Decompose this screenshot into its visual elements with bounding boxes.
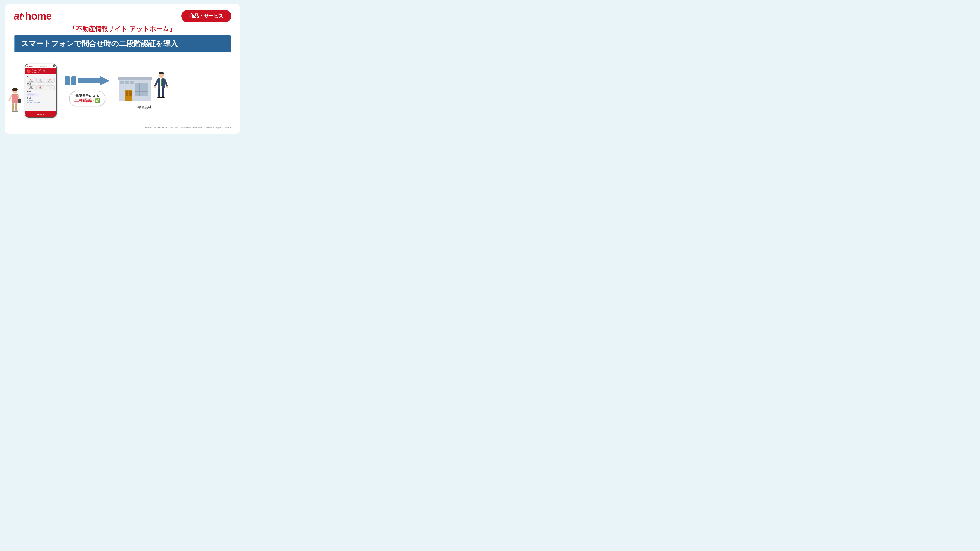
svg-point-9 xyxy=(15,111,18,113)
building-area: 不動産会社 xyxy=(117,72,169,110)
badge-services: 商品・サービス xyxy=(181,10,231,22)
svg-rect-6 xyxy=(13,103,14,111)
svg-point-32 xyxy=(166,86,168,88)
svg-rect-12 xyxy=(118,77,152,80)
svg-rect-15 xyxy=(129,91,132,95)
svg-point-36 xyxy=(161,97,165,98)
svg-rect-16 xyxy=(135,83,148,96)
block-right xyxy=(71,76,76,85)
svg-rect-34 xyxy=(162,88,164,97)
footer-note: Where's Waldo?/Where's Wally? © DreamWor… xyxy=(14,126,231,129)
svg-point-31 xyxy=(154,86,156,88)
athome-logo: athome xyxy=(14,11,51,21)
businessman-figure xyxy=(153,72,169,103)
svg-rect-22 xyxy=(125,81,129,84)
phone-logo: at·home xyxy=(27,65,33,67)
main-heading-bar: スマートフォンで問合せ時の二段階認証を導入 xyxy=(14,35,231,52)
svg-point-25 xyxy=(159,72,164,75)
verify-bubble: 電話番号による 二段階認証 ✅ xyxy=(69,91,105,106)
svg-rect-14 xyxy=(126,91,128,95)
main-frame: athome 商品・サービス 「不動産情報サイト アットホーム」 スマートフォン… xyxy=(5,4,240,134)
woman-figure xyxy=(8,88,22,118)
right-arrow-svg xyxy=(78,75,110,87)
svg-point-35 xyxy=(157,97,161,98)
svg-rect-5 xyxy=(18,99,21,103)
arrow-area: 電話番号による 二段階認証 ✅ xyxy=(63,75,112,106)
header-row: athome 商品・サービス xyxy=(14,10,231,22)
phone-mockup: at·home athome.co.jp ☰ 🔴 住まいをさがし はじめよう！ … xyxy=(25,64,57,118)
page-subtitle: 「不動産情報サイト アットホーム」 xyxy=(14,25,231,33)
svg-rect-7 xyxy=(16,103,18,111)
phone-wrapper: at·home athome.co.jp ☰ 🔴 住まいをさがし はじめよう！ … xyxy=(14,64,58,118)
arrow-with-blocks xyxy=(65,75,110,87)
svg-marker-10 xyxy=(78,76,110,86)
svg-rect-28 xyxy=(161,79,162,86)
building-label: 不動産会社 xyxy=(135,105,152,110)
svg-point-8 xyxy=(12,111,15,113)
svg-line-29 xyxy=(155,79,158,86)
content-area: at·home athome.co.jp ☰ 🔴 住まいをさがし はじめよう！ … xyxy=(14,57,231,124)
verify-line2: 二段階認証 ✅ xyxy=(75,98,100,103)
verify-line1: 電話番号による xyxy=(75,94,100,98)
svg-rect-21 xyxy=(120,81,124,84)
main-heading-text: スマートフォンで問合せ時の二段階認証を導入 xyxy=(21,39,225,49)
svg-line-30 xyxy=(165,79,167,86)
block-left xyxy=(65,76,70,85)
svg-rect-2 xyxy=(12,94,18,103)
svg-rect-33 xyxy=(158,88,161,97)
svg-rect-23 xyxy=(130,81,134,84)
building-svg xyxy=(117,72,153,103)
svg-line-3 xyxy=(9,95,12,100)
